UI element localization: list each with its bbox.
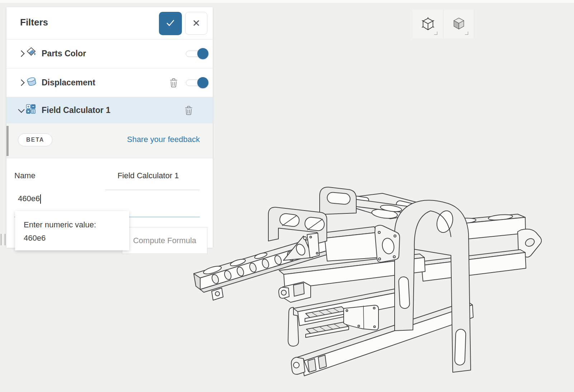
shaded-view-button[interactable]	[443, 10, 474, 38]
filter-row-label: Parts Color	[42, 49, 86, 58]
3d-model-viewport[interactable]	[187, 154, 542, 391]
toggle-knob	[197, 77, 208, 88]
filters-panel-header: Filters ✕	[6, 7, 213, 39]
name-input-underline	[105, 190, 200, 190]
dropdown-corner-mark	[434, 32, 437, 35]
toggle-knob	[197, 48, 208, 59]
close-filters-button[interactable]: ✕	[185, 12, 207, 35]
chevron-down-icon[interactable]	[18, 106, 24, 113]
top-band	[0, 0, 574, 3]
page-title: Filters	[20, 17, 48, 28]
name-label: Name	[14, 171, 36, 180]
cylinder-icon	[26, 76, 37, 88]
displacement-toggle[interactable]	[186, 80, 204, 86]
filter-row-label: Displacement	[42, 78, 95, 88]
apply-filters-button[interactable]	[159, 12, 182, 35]
filter-row-parts-color[interactable]: Parts Color	[6, 39, 213, 69]
panel-resize-handle[interactable]	[1, 234, 5, 245]
beta-section: BETA Share your feedback	[6, 123, 213, 158]
delete-field-calculator-icon[interactable]	[185, 106, 193, 117]
tooltip-line-1: Enter numeric value:	[24, 218, 129, 231]
wireframe-view-button[interactable]	[413, 10, 443, 38]
parts-color-toggle[interactable]	[186, 51, 204, 57]
formula-suggestion-tooltip[interactable]: Enter numeric value: 460e6	[15, 211, 129, 250]
name-input[interactable]: Field Calculator 1	[96, 171, 200, 180]
j-hook	[288, 307, 298, 346]
share-feedback-link[interactable]: Share your feedback	[127, 135, 200, 144]
viewport-toolbar	[413, 10, 474, 38]
check-icon	[165, 19, 175, 28]
filter-row-displacement[interactable]: Displacement	[6, 69, 213, 97]
compute-formula-button[interactable]: Compute Formula	[122, 227, 207, 254]
dropdown-corner-mark	[465, 32, 468, 35]
tooltip-line-2: 460e6	[24, 231, 129, 245]
delete-displacement-icon[interactable]	[170, 78, 178, 89]
beta-badge: BETA	[18, 133, 52, 146]
filter-row-label: Field Calculator 1	[42, 105, 110, 115]
chevron-right-icon[interactable]	[18, 79, 24, 86]
shaded-cube-icon	[453, 17, 465, 31]
text-caret	[40, 194, 41, 204]
formula-input[interactable]: 460e6	[18, 194, 41, 204]
wireframe-cube-icon	[422, 17, 434, 32]
paint-bucket-icon	[26, 47, 37, 59]
close-icon: ✕	[192, 18, 201, 29]
chevron-right-icon[interactable]	[18, 50, 24, 57]
calculator-icon	[26, 104, 36, 115]
filter-row-field-calculator[interactable]: Field Calculator 1	[6, 97, 213, 123]
scrollbar-thumb[interactable]	[6, 126, 9, 156]
